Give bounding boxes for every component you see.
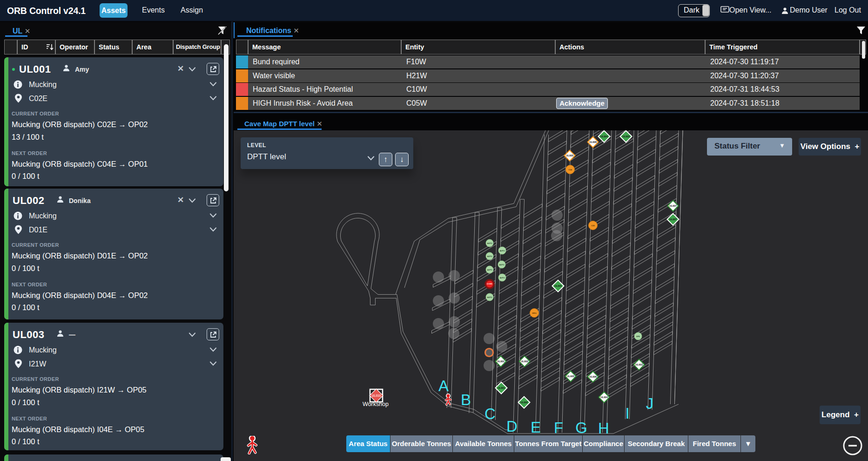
svg-text:UL002: UL002 [521,360,528,363]
svg-text:E: E [531,419,541,436]
svg-text:Workshop: Workshop [363,401,389,407]
svg-text:UL006: UL006 [589,141,597,143]
svg-text:UL005: UL005 [554,285,562,287]
svg-text:J: J [646,395,654,412]
svg-text:AUTO: AUTO [500,277,505,279]
svg-text:UL007: UL007 [669,204,677,207]
svg-text:D: D [506,418,518,435]
svg-text:UL010: UL010 [372,394,381,397]
svg-text:G: G [575,419,587,436]
svg-text:AUTO: AUTO [487,269,492,271]
svg-text:UL006: UL006 [589,375,597,378]
svg-text:UL007: UL007 [669,218,677,221]
svg-text:HRG: HRG [532,312,536,314]
svg-text:UL005: UL005 [566,154,573,157]
svg-text:DOWN: DOWN [487,283,492,285]
svg-text:UL005: UL005 [567,375,574,378]
svg-text:C04: C04 [568,169,572,171]
svg-text:C: C [484,405,496,422]
svg-text:SPK: SPK [636,336,640,338]
svg-text:UL001: UL001 [497,360,505,363]
svg-text:UL003: UL003 [635,363,643,366]
svg-text:UL001: UL001 [498,386,505,389]
svg-text:F: F [554,419,563,436]
svg-text:AUTO: AUTO [487,243,492,244]
svg-text:A: A [438,377,449,394]
svg-text:C05: C05 [591,224,595,227]
svg-text:I: I [625,405,629,422]
svg-text:H: H [598,420,609,437]
svg-text:AUTO: AUTO [500,250,505,252]
svg-text:AUTO: AUTO [487,297,492,298]
svg-text:UL002: UL002 [520,401,528,404]
svg-text:AUTO: AUTO [499,264,505,266]
svg-text:AUTO: AUTO [487,256,492,258]
svg-text:UL004: UL004 [600,135,608,138]
svg-text:B: B [461,391,471,408]
svg-text:UL003: UL003 [622,135,630,138]
svg-text:UL004: UL004 [600,396,608,399]
